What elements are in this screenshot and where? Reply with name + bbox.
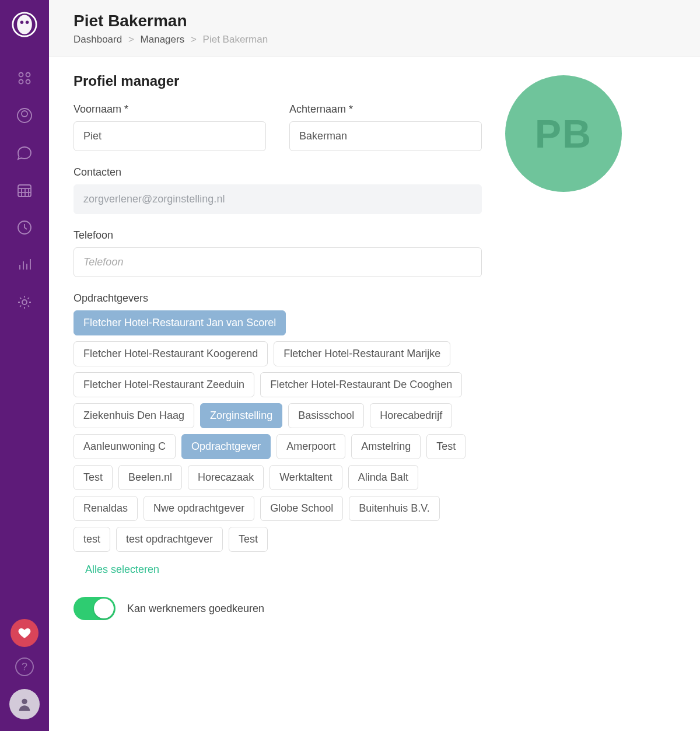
settings-icon[interactable] xyxy=(12,289,37,315)
svg-point-4 xyxy=(19,73,23,77)
chat-icon[interactable] xyxy=(12,140,37,166)
toggle-knob xyxy=(94,599,114,618)
dashboard-icon[interactable] xyxy=(12,65,37,91)
breadcrumb-separator: > xyxy=(128,34,134,45)
opdrachtgever-chip[interactable]: Opdrachtgever xyxy=(181,434,271,459)
opdrachtgever-chip[interactable]: Horecazaak xyxy=(188,465,264,490)
contacten-input xyxy=(74,184,482,214)
opdrachtgevers-label: Opdrachtgevers xyxy=(74,292,482,305)
opdrachtgever-chip[interactable]: Horecabedrijf xyxy=(370,403,452,428)
svg-point-3 xyxy=(26,21,29,25)
svg-point-7 xyxy=(26,80,30,84)
opdrachtgever-chip[interactable]: Globe School xyxy=(260,496,343,521)
svg-point-21 xyxy=(22,300,27,305)
svg-point-6 xyxy=(19,80,23,84)
users-icon[interactable] xyxy=(12,103,37,128)
opdrachtgever-chip[interactable]: Basisschool xyxy=(288,403,364,428)
opdrachtgever-chip[interactable]: Amerpoort xyxy=(276,434,345,459)
opdrachtgever-chip[interactable]: Fletcher Hotel-Restaurant Marijke xyxy=(274,341,450,366)
opdrachtgever-chip[interactable]: Fletcher Hotel-Restaurant Jan van Scorel xyxy=(74,310,286,335)
telefoon-label: Telefoon xyxy=(74,229,482,242)
opdrachtgever-chip[interactable]: Werktaltent xyxy=(270,465,342,490)
user-avatar-small[interactable] xyxy=(9,689,40,719)
breadcrumb-managers[interactable]: Managers xyxy=(141,34,185,45)
avatar-initials: PB xyxy=(505,75,622,192)
svg-point-5 xyxy=(26,73,30,77)
stats-icon[interactable] xyxy=(12,252,37,278)
contacten-label: Contacten xyxy=(74,166,482,179)
achternaam-label: Achternaam * xyxy=(289,103,482,116)
opdrachtgever-chip[interactable]: Amstelring xyxy=(351,434,421,459)
breadcrumb-separator: > xyxy=(191,34,197,45)
app-logo xyxy=(12,12,37,37)
breadcrumb-current: Piet Bakerman xyxy=(203,34,268,45)
favorites-button[interactable] xyxy=(10,619,38,647)
opdrachtgever-chip[interactable]: Fletcher Hotel-Restaurant De Cooghen xyxy=(260,372,462,397)
opdrachtgever-chip[interactable]: Fletcher Hotel-Restaurant Zeeduin xyxy=(74,372,254,397)
breadcrumb: Dashboard > Managers > Piet Bakerman xyxy=(74,34,676,46)
clock-icon[interactable] xyxy=(12,215,37,240)
opdrachtgever-chip[interactable]: Test xyxy=(74,465,113,490)
select-all-link[interactable]: Alles selecteren xyxy=(85,564,482,576)
voornaam-input[interactable] xyxy=(74,121,266,151)
help-icon[interactable]: ? xyxy=(15,657,34,676)
page-header: Piet Bakerman Dashboard > Managers > Pie… xyxy=(49,0,700,57)
opdrachtgever-chip[interactable]: test xyxy=(74,527,110,552)
opdrachtgever-chip[interactable]: Alinda Balt xyxy=(348,465,418,490)
calendar-icon[interactable] xyxy=(12,177,37,203)
svg-point-22 xyxy=(22,699,27,704)
approve-toggle[interactable] xyxy=(74,597,116,620)
opdrachtgever-chip[interactable]: Nwe opdrachtgever xyxy=(144,496,254,521)
approve-toggle-label: Kan werknemers goedkeuren xyxy=(127,603,264,615)
svg-point-2 xyxy=(20,21,23,25)
opdrachtgever-chip[interactable]: Buitenhuis B.V. xyxy=(349,496,439,521)
opdrachtgevers-chip-group: Fletcher Hotel-Restaurant Jan van Scorel… xyxy=(74,310,482,552)
opdrachtgever-chip[interactable]: Test xyxy=(426,434,466,459)
opdrachtgever-chip[interactable]: Zorginstelling xyxy=(200,403,282,428)
svg-point-8 xyxy=(22,111,27,117)
main-content: Piet Bakerman Dashboard > Managers > Pie… xyxy=(49,0,700,731)
opdrachtgever-chip[interactable]: Fletcher Hotel-Restaurant Koogerend xyxy=(74,341,268,366)
opdrachtgever-chip[interactable]: Aanleunwoning C xyxy=(74,434,176,459)
opdrachtgever-chip[interactable]: Test xyxy=(229,527,268,552)
section-title: Profiel manager xyxy=(74,73,482,89)
opdrachtgever-chip[interactable]: Renaldas xyxy=(74,496,138,521)
opdrachtgever-chip[interactable]: Ziekenhuis Den Haag xyxy=(74,403,194,428)
page-title: Piet Bakerman xyxy=(74,12,676,30)
voornaam-label: Voornaam * xyxy=(74,103,266,116)
telefoon-input[interactable] xyxy=(74,247,482,277)
opdrachtgever-chip[interactable]: test opdrachtgever xyxy=(116,527,223,552)
opdrachtgever-chip[interactable]: Beelen.nl xyxy=(118,465,182,490)
breadcrumb-dashboard[interactable]: Dashboard xyxy=(74,34,122,45)
sidebar: ? xyxy=(0,0,49,731)
svg-point-1 xyxy=(17,15,32,34)
achternaam-input[interactable] xyxy=(289,121,482,151)
